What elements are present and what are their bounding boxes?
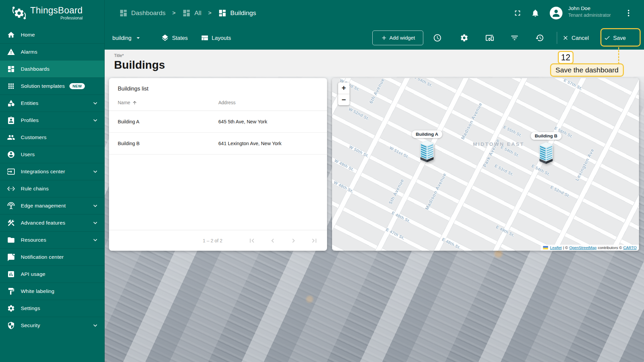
integrations-center-icon [7,168,15,176]
caret-down-icon [135,34,142,42]
time-window-button[interactable] [431,31,444,45]
breadcrumb-item-all[interactable]: All [182,9,201,17]
users-icon [7,150,15,159]
api-usage-icon [7,270,15,278]
sidebar-item-resources[interactable]: Resources [0,231,104,248]
filter-icon [510,34,519,42]
avatar[interactable] [550,7,562,19]
column-header-name[interactable]: Name [118,100,218,105]
marker-label: Building B [531,132,561,140]
security-icon [7,321,15,329]
notifications-button[interactable] [529,6,542,20]
app-logo[interactable]: ThingsBoard Professional [0,0,105,26]
chevron-right-icon [289,237,298,245]
breadcrumb-item-dashboards[interactable]: Dashboards [119,9,165,17]
devices-icon [485,34,494,42]
breadcrumb-separator: > [208,10,212,16]
cell-address: 641 Lexington Ave, New York [218,141,281,146]
map-widget: W 53rd St.W 52nd St.W 51st St.W 50th St.… [332,78,639,251]
map-marker-building-b[interactable]: Building B [538,142,554,165]
resources-icon [7,236,15,244]
next-page-button[interactable] [287,234,300,247]
advanced-features-icon [7,219,15,227]
chevron-down-icon [92,168,99,175]
sidebar-item-api-usage[interactable]: API usage [0,265,104,283]
more-menu-button[interactable] [622,6,635,20]
rule-chains-icon [7,185,15,193]
zoom-in-button[interactable]: + [338,82,350,94]
table-row[interactable]: Building A645 5th Ave, New York [109,111,327,133]
sidebar-item-edge-management[interactable]: Edge management [0,197,104,214]
buildings-list-widget: Buildings list Name Address Building A64… [109,78,327,251]
sidebar-item-integrations-center[interactable]: Integrations center [0,163,104,180]
clock-icon [433,34,442,42]
openstreetmap-link[interactable]: OpenStreetMap [569,246,596,250]
check-icon [604,35,610,41]
chevron-down-icon [92,117,99,124]
sidebar-item-advanced-features[interactable]: Advanced features [0,214,104,231]
sidebar-item-customers[interactable]: Customers [0,129,104,146]
app-name: ThingsBoard [30,6,83,15]
gear-icon [460,34,469,42]
previous-page-button[interactable] [266,234,279,247]
filters-button[interactable] [508,31,521,45]
cell-name: Building A [118,119,218,124]
layouts-button[interactable]: Layouts [201,26,231,50]
marker-label: Building A [412,130,442,138]
column-header-address[interactable]: Address [218,100,235,105]
history-icon [535,34,544,42]
carto-link[interactable]: CARTO [623,246,637,250]
sidebar-item-dashboards[interactable]: Dashboards [0,60,104,77]
white-labeling-icon [7,287,15,295]
dashboard-group-select[interactable]: building [112,26,142,50]
chevron-down-icon [92,202,99,209]
notification-center-icon [7,253,15,261]
sidebar-item-notification-center[interactable]: Notification center [0,248,104,265]
states-button[interactable]: States [161,26,188,50]
version-history-button[interactable] [533,31,546,45]
dashboard-icon [218,9,227,17]
zoom-out-button[interactable]: − [338,94,350,105]
fullscreen-button[interactable] [511,6,524,20]
thingsboard-logo-icon [11,5,27,21]
entity-aliases-button[interactable] [483,31,496,45]
first-page-button[interactable] [245,234,259,247]
map-attribution: Leaflet | © OpenStreetMap contributors ©… [541,245,639,251]
home-icon [7,31,15,39]
sidebar-item-white-labeling[interactable]: White labeling [0,283,104,300]
breadcrumb-item-buildings[interactable]: Buildings [218,9,256,17]
sidebar-item-rule-chains[interactable]: Rule chains [0,180,104,197]
sidebar-item-alarms[interactable]: Alarms [0,43,104,60]
save-button[interactable]: Save [604,31,626,45]
profiles-icon [7,116,15,124]
dashboard-settings-button[interactable] [458,31,471,45]
tutorial-connector-line [618,47,619,64]
first-page-icon [248,237,256,245]
map-zoom-control: + − [338,82,350,105]
table-pagination: 1 – 2 of 2 [109,230,327,251]
sidebar-item-home[interactable]: Home [0,26,104,43]
alarms-icon [7,48,15,56]
map-canvas[interactable]: W 53rd St.W 52nd St.W 51st St.W 50th St.… [332,78,639,251]
sidebar-item-profiles[interactable]: Profiles [0,112,104,129]
sidebar-item-solution-templates[interactable]: Solution templatesNEW [0,77,104,95]
sidebar-item-security[interactable]: Security [0,317,104,334]
tutorial-step-number: 12 [558,51,574,64]
dashboard-icon [119,9,128,17]
cell-address: 645 5th Ave, New York [218,119,267,124]
last-page-button[interactable] [308,234,321,247]
map-marker-building-a[interactable]: Building A [419,140,435,164]
leaflet-link[interactable]: Leaflet [550,246,562,250]
add-widget-button[interactable]: Add widget [372,31,423,45]
chevron-down-icon [92,236,99,244]
sidebar: HomeAlarmsDashboardsSolution templatesNE… [0,26,105,362]
chevron-down-icon [92,219,99,227]
chevron-left-icon [269,237,277,245]
edge-management-icon [7,202,15,210]
sidebar-item-entities[interactable]: Entities [0,95,104,112]
cancel-button[interactable]: Cancel [562,31,589,45]
last-page-icon [310,237,318,245]
table-row[interactable]: Building B641 Lexington Ave, New York [109,133,327,155]
sidebar-item-users[interactable]: Users [0,146,104,163]
sidebar-item-settings[interactable]: Settings [0,300,104,317]
